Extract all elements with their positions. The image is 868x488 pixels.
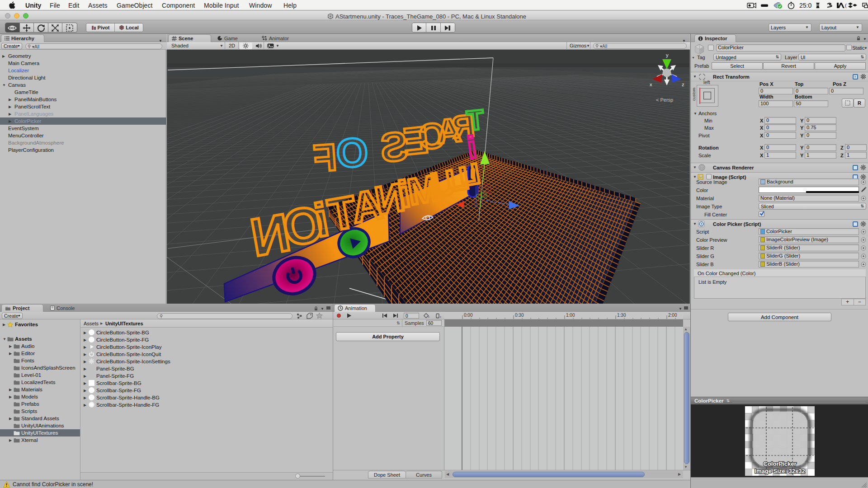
svg-text:25:0: 25:0	[799, 2, 811, 9]
svg-text:F: F	[312, 136, 338, 179]
svg-text:?: ?	[854, 75, 856, 79]
svg-text:1:00: 1:00	[566, 313, 575, 318]
svg-text:0:00: 0:00	[464, 313, 473, 318]
svg-text:(: (	[845, 3, 847, 8]
svg-text:< Persp: < Persp	[656, 97, 673, 103]
svg-text:y: y	[666, 52, 669, 58]
svg-text:2:00: 2:00	[668, 313, 677, 318]
svg-text:0:30: 0:30	[515, 313, 524, 318]
svg-text:O: O	[335, 129, 369, 177]
svg-text:1:30: 1:30	[617, 313, 626, 318]
svg-text:x: x	[650, 82, 652, 87]
svg-text:z: z	[682, 82, 684, 87]
svg-text:ColorPicker: ColorPicker	[764, 460, 797, 467]
svg-text:+: +	[439, 315, 442, 319]
svg-text:+: +	[428, 315, 430, 319]
svg-text:Image Size: 32x32: Image Size: 32x32	[755, 468, 805, 474]
